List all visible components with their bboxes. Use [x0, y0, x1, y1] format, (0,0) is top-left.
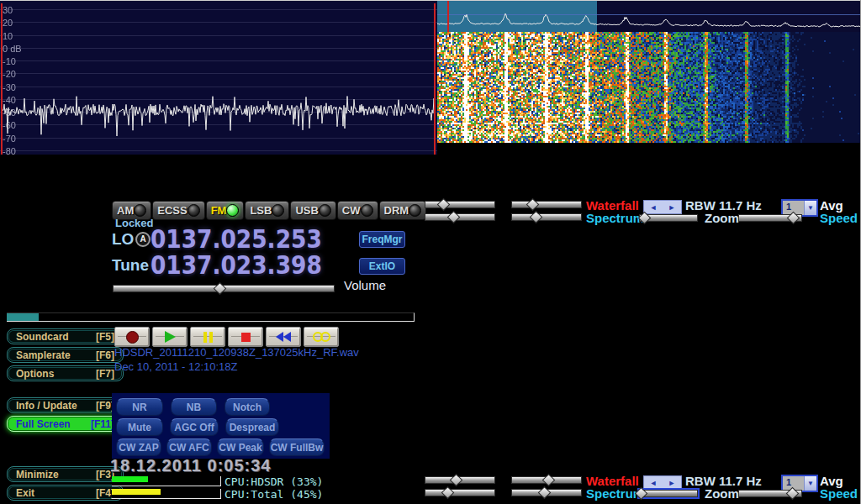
display-controls-bottom: Waterfall ◄ ► RBW 11.7 Hz 1 ▼ Avg Spectr…: [418, 475, 861, 501]
transport-controls: [114, 327, 339, 347]
pause-button[interactable]: [190, 327, 225, 347]
play-button[interactable]: [152, 327, 188, 347]
mode-button-row: AM ECSS FM LSB USB CW DRM: [112, 201, 412, 220]
record-icon: [126, 331, 139, 344]
mode-led-icon: [188, 204, 200, 217]
cpu-hdsdr-bar: [112, 476, 221, 486]
tune-frequency-value[interactable]: 0137.023.398: [151, 250, 322, 280]
mode-led-icon: [134, 204, 146, 217]
zoom-label: Zoom: [705, 211, 739, 225]
mode-led-icon: [361, 204, 373, 217]
loop-icon: [313, 332, 330, 342]
arrow-left-icon[interactable]: ◄: [650, 203, 658, 212]
mode-button-usb[interactable]: USB: [290, 201, 335, 220]
cpu-total-label: CPU:Total (45%): [224, 488, 323, 501]
minimize-button[interactable]: Minimize[F3]: [7, 466, 124, 482]
zoom-slider[interactable]: [639, 489, 698, 498]
record-button[interactable]: [114, 327, 150, 347]
speed-slider[interactable]: [738, 489, 802, 498]
waterfall-lower-level-slider[interactable]: [511, 475, 582, 485]
mode-button-lsb[interactable]: LSB: [245, 201, 289, 220]
rewind-button[interactable]: [266, 327, 301, 347]
agc-off-button[interactable]: AGC Off: [170, 418, 219, 436]
zoom-label: Zoom: [705, 486, 739, 501]
tune-label: Tune: [112, 256, 151, 275]
arrow-left-icon[interactable]: ◄: [650, 479, 658, 487]
spectrum-upper-level-slider[interactable]: [425, 488, 495, 497]
cw-afc-button[interactable]: CW AFC: [166, 438, 212, 456]
mode-button-ecss[interactable]: ECSS: [152, 201, 204, 220]
spectrum-lower-level-slider[interactable]: [511, 213, 582, 222]
window-frame-top: [0, 0, 861, 1]
af-spectrum-display[interactable]: [0, 0, 437, 155]
pause-icon: [203, 332, 213, 343]
mode-led-icon: [319, 204, 331, 217]
speed-label: Speed: [820, 211, 858, 225]
arrow-right-icon[interactable]: ►: [668, 203, 676, 212]
notch-button[interactable]: Notch: [224, 398, 270, 416]
stop-button[interactable]: [228, 327, 263, 347]
info-update-button[interactable]: Info / Update[F9]: [7, 397, 124, 413]
arrow-right-icon[interactable]: ►: [668, 479, 676, 487]
lo-label: LO: [112, 230, 134, 249]
samplerate-button[interactable]: Samplerate[F6]: [7, 347, 124, 363]
chevron-down-icon[interactable]: ▼: [804, 476, 816, 491]
waterfall-shift-control[interactable]: ◄ ►: [643, 200, 682, 214]
nb-button[interactable]: NB: [171, 398, 217, 416]
playback-progress-bar[interactable]: [7, 312, 415, 322]
zoom-slider[interactable]: [639, 213, 698, 223]
cw-zap-button[interactable]: CW ZAP: [116, 438, 161, 456]
play-icon: [165, 331, 176, 343]
mode-button-fm[interactable]: FM: [206, 201, 245, 220]
soundcard-button[interactable]: Soundcard[F5]: [7, 328, 124, 344]
auto-badge[interactable]: A: [135, 232, 151, 247]
despread-button[interactable]: Despread: [225, 418, 279, 436]
progress-fill: [7, 313, 39, 321]
waterfall-shift-control[interactable]: ◄ ►: [643, 475, 682, 490]
spectrum-upper-level-slider[interactable]: [425, 213, 495, 222]
mode-led-icon: [272, 204, 284, 217]
loop-button[interactable]: [304, 327, 339, 347]
spectrum-label: Spectrum: [586, 211, 644, 225]
waterfall-lower-level-slider[interactable]: [511, 200, 582, 209]
mode-led-icon: [226, 204, 239, 217]
cw-fullbw-button[interactable]: CW FullBw: [269, 438, 325, 456]
cw-peak-button[interactable]: CW Peak: [217, 438, 264, 456]
volume-slider[interactable]: [113, 284, 335, 293]
waterfall-upper-level-slider[interactable]: [425, 200, 495, 209]
volume-label: Volume: [344, 278, 386, 292]
tune-frequency-row: Tune 0137.023.398: [112, 252, 346, 278]
spectrum-lower-level-slider[interactable]: [511, 488, 582, 497]
freqmgr-button[interactable]: FreqMgr: [359, 231, 405, 248]
recording-date: Dec 10, 2011 - 12:10:18Z: [114, 360, 237, 373]
extio-button[interactable]: ExtIO: [359, 258, 405, 275]
cpu-hdsdr-label: CPU:HDSDR (33%): [224, 475, 323, 488]
mode-button-cw[interactable]: CW: [337, 201, 378, 220]
recording-filename: HDSDR_20111210_120938Z_137025kHz_RF.wav: [114, 346, 359, 359]
exit-button[interactable]: Exit[F4]: [7, 485, 124, 501]
cpu-total-bar: [112, 489, 221, 499]
chevron-down-icon[interactable]: ▼: [804, 201, 816, 215]
rewind-icon: [276, 332, 291, 342]
mute-button[interactable]: Mute: [116, 418, 163, 436]
display-controls-top: Waterfall ◄ ► RBW 11.7 Hz 1 ▼ Avg Spectr…: [418, 200, 861, 225]
nr-button[interactable]: NR: [116, 398, 163, 416]
fullscreen-button[interactable]: Full Screen[F11]: [7, 416, 124, 432]
speed-slider[interactable]: [738, 213, 802, 223]
lo-frequency-row: LOA 0137.025.253: [112, 226, 346, 252]
options-button[interactable]: Options[F7]: [7, 365, 124, 381]
date-time-display: 18.12.2011 0:05:34: [110, 456, 272, 475]
lo-frequency-value[interactable]: 0137.025.253: [151, 224, 322, 254]
dsp-panel: NR NB Notch Mute AGC Off Despread CW ZAP…: [112, 393, 330, 459]
speed-label: Speed: [820, 486, 858, 501]
stop-icon: [241, 333, 251, 342]
waterfall-upper-level-slider[interactable]: [425, 475, 495, 485]
